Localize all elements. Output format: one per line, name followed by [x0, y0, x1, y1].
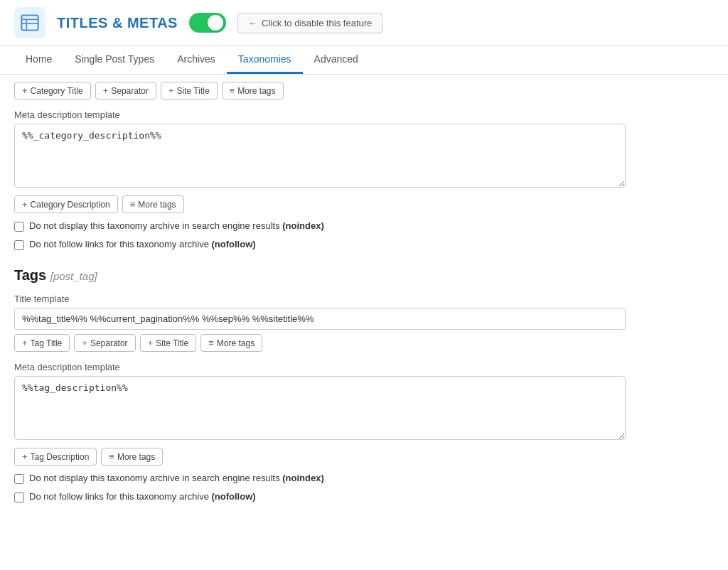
category-desc-tag-btn[interactable]: + Category Description — [14, 195, 118, 213]
separator-tag-btn[interactable]: + Separator — [95, 82, 156, 100]
lines-icon: ≡ — [230, 85, 235, 96]
plus-icon: + — [82, 338, 87, 348]
tab-taxonomies[interactable]: Taxonomies — [227, 46, 303, 74]
tag-more-tags-label: More tags — [217, 338, 255, 348]
category-noindex-checkbox[interactable] — [14, 222, 24, 232]
tag-title-btn[interactable]: + Tag Title — [14, 334, 70, 352]
category-nofollow-label: Do not follow links for this taxonomy ar… — [29, 239, 256, 249]
lines-icon: ≡ — [109, 451, 114, 462]
category-title-tag-btn[interactable]: + Category Title — [14, 82, 91, 100]
tags-section: Tags [post_tag] Title template + Tag Tit… — [14, 267, 626, 502]
disable-feature-label: Click to disable this feature — [262, 18, 372, 28]
plus-icon: + — [168, 85, 174, 96]
category-top-tags-section: + Category Title + Separator + Site Titl… — [14, 82, 626, 250]
tags-title-label: Title template — [14, 294, 626, 304]
plus-icon: + — [103, 85, 109, 96]
tag-more-tags-btn[interactable]: ≡ More tags — [200, 334, 262, 352]
tags-noindex-row: Do not display this taxonomy archive in … — [14, 473, 626, 484]
tag-meta-more-btn[interactable]: ≡ More tags — [101, 448, 163, 466]
arrow-left-icon: ← — [248, 18, 257, 28]
category-desc-tag-label: Category Description — [31, 200, 110, 210]
plus-icon: + — [22, 338, 28, 348]
tag-desc-btn[interactable]: + Tag Description — [14, 448, 97, 466]
tag-title-label: Tag Title — [31, 338, 63, 348]
tags-title-tags: + Tag Title + Separator + Site Title ≡ M… — [14, 334, 626, 352]
main-content: + Category Title + Separator + Site Titl… — [0, 82, 640, 524]
category-meta-tags: + Category Description ≡ More tags — [14, 195, 626, 213]
category-title-tag-label: Category Title — [31, 86, 83, 96]
lines-icon: ≡ — [208, 338, 214, 348]
tags-title-input[interactable] — [14, 308, 626, 330]
app-icon — [14, 7, 46, 38]
svg-rect-0 — [21, 16, 38, 31]
tags-nofollow-checkbox[interactable] — [14, 493, 24, 502]
nav-tabs: Home Single Post Types Archives Taxonomi… — [0, 46, 728, 75]
tag-site-title-btn[interactable]: + Site Title — [140, 334, 197, 352]
tags-noindex-checkbox[interactable] — [14, 474, 24, 484]
tag-separator-label: Separator — [90, 338, 128, 348]
plus-icon: + — [148, 338, 154, 348]
category-meta-textarea[interactable]: %%_category_description%% — [14, 124, 626, 188]
separator-tag-label: Separator — [111, 86, 149, 96]
tab-single-post-types[interactable]: Single Post Types — [63, 46, 166, 74]
category-meta-label: Meta description template — [14, 109, 626, 120]
category-title-tags: + Category Title + Separator + Site Titl… — [14, 82, 626, 100]
plus-icon: + — [22, 451, 28, 462]
plus-icon: + — [22, 85, 28, 96]
category-nofollow-checkbox[interactable] — [14, 240, 24, 250]
table-icon — [20, 13, 40, 33]
tags-nofollow-row: Do not follow links for this taxonomy ar… — [14, 491, 626, 502]
tag-site-title-label: Site Title — [156, 338, 188, 348]
more-tags-label: More tags — [237, 86, 275, 96]
category-more-tags-btn[interactable]: ≡ More tags — [122, 195, 184, 213]
tab-advanced[interactable]: Advanced — [303, 46, 370, 74]
site-title-tag-label: Site Title — [177, 86, 210, 96]
tab-home[interactable]: Home — [14, 46, 63, 74]
category-noindex-label: Do not display this taxonomy archive in … — [29, 220, 324, 231]
tab-archives[interactable]: Archives — [166, 46, 227, 74]
site-title-tag-btn[interactable]: + Site Title — [161, 82, 218, 100]
category-nofollow-row: Do not follow links for this taxonomy ar… — [14, 239, 626, 250]
more-tags-btn[interactable]: ≡ More tags — [222, 82, 284, 100]
disable-feature-button[interactable]: ← Click to disable this feature — [237, 13, 382, 33]
tag-meta-more-label: More tags — [117, 452, 155, 462]
app-header: TITLES & METAS ← Click to disable this f… — [0, 0, 728, 46]
app-title: TITLES & METAS — [57, 15, 178, 31]
category-noindex-row: Do not display this taxonomy archive in … — [14, 220, 626, 232]
tags-meta-textarea[interactable]: %%tag_description%% — [14, 376, 626, 440]
feature-toggle[interactable] — [189, 13, 226, 33]
tag-separator-btn[interactable]: + Separator — [74, 334, 135, 352]
feature-toggle-wrapper — [189, 13, 226, 33]
lines-icon: ≡ — [130, 199, 136, 210]
tags-heading: Tags [post_tag] — [14, 267, 626, 284]
tags-meta-label: Meta description template — [14, 362, 626, 372]
tags-nofollow-label: Do not follow links for this taxonomy ar… — [29, 491, 256, 502]
tags-meta-tags: + Tag Description ≡ More tags — [14, 448, 626, 466]
tag-desc-label: Tag Description — [31, 452, 90, 462]
plus-icon: + — [22, 199, 28, 210]
tags-noindex-label: Do not display this taxonomy archive in … — [29, 473, 324, 483]
category-more-tags-label: More tags — [138, 200, 176, 210]
